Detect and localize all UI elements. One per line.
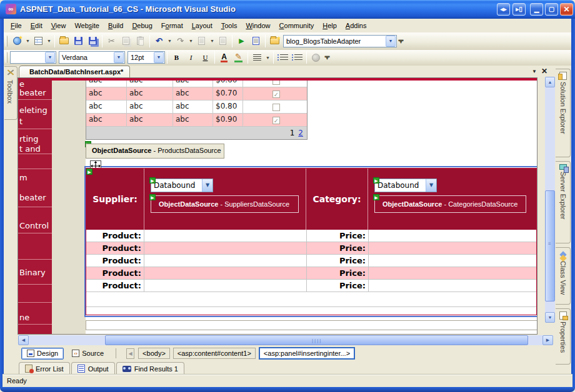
gridview-row[interactable]: abcabcabc$0.60 xyxy=(86,81,307,87)
save-all-button[interactable] xyxy=(86,34,100,48)
product-input-cell[interactable] xyxy=(144,242,307,254)
document-tab[interactable]: BatchData/BatchInsert.aspx* xyxy=(19,66,130,77)
nav-link-fragment[interactable]: eleting xyxy=(19,105,48,115)
suppliers-datasource-control[interactable]: ObjectDataSource - SuppliersDataSource xyxy=(151,195,299,213)
combo-arrow-icon[interactable]: ▼ xyxy=(45,52,55,63)
right-tab-properties[interactable]: Properties xyxy=(556,308,571,365)
inserting-interface-table[interactable]: ▶ Supplier: ▶ Databound ▼ ▶ ObjectDataSo… xyxy=(86,168,537,315)
minimize-button[interactable]: ▁ xyxy=(530,3,543,16)
horizontal-scroll-thumb[interactable]: |||| xyxy=(105,335,528,345)
underline-button[interactable]: U xyxy=(198,51,212,64)
menu-view[interactable]: View xyxy=(47,20,71,31)
products-gridview[interactable]: abcabcabc$0.60 abcabcabc$0.70✓abcabcabc$… xyxy=(86,81,308,140)
font-color-button[interactable]: A xyxy=(217,51,231,64)
paste-button[interactable] xyxy=(133,34,148,48)
new-website-button[interactable] xyxy=(10,34,24,48)
smart-tag-icon[interactable]: ▶ xyxy=(373,177,379,184)
alignment-dropdown[interactable]: ▼ xyxy=(264,51,271,64)
dropdown-arrow-icon[interactable]: ▼ xyxy=(202,179,212,192)
nav-link-fragment[interactable]: beater xyxy=(19,193,46,202)
smart-tag-icon[interactable]: ▶ xyxy=(373,194,379,200)
products-datasource-control[interactable]: ObjectDataSource - ProductsDataSource xyxy=(86,144,224,159)
menu-format[interactable]: Format xyxy=(157,20,188,31)
alignment-button[interactable] xyxy=(250,51,264,64)
navigate-forward-button[interactable] xyxy=(216,34,230,48)
window-extra-button-2[interactable]: ▸▯ xyxy=(512,3,526,16)
design-vertical-scrollbar[interactable]: ▲ ≡ ▼ xyxy=(545,77,555,323)
menu-community[interactable]: Community xyxy=(275,20,319,31)
scroll-down-button[interactable]: ▼ xyxy=(545,312,555,323)
scroll-left-button[interactable]: ◀ xyxy=(18,335,29,345)
product-input-cell[interactable] xyxy=(144,255,307,267)
nav-link-fragment[interactable]: m xyxy=(19,173,28,182)
combo-arrow-icon[interactable]: ▼ xyxy=(386,36,396,47)
tag-navigator-back-button[interactable]: ◀ xyxy=(126,348,134,359)
categories-datasource-control[interactable]: ObjectDataSource - CategoriesDataSource xyxy=(374,195,526,213)
menu-tools[interactable]: Tools xyxy=(217,20,242,31)
bullets-button[interactable] xyxy=(276,51,290,64)
nav-link-fragment[interactable]: ne xyxy=(19,313,29,322)
design-horizontal-scrollbar[interactable]: ◀ |||| ▶ xyxy=(18,335,553,345)
nav-link-fragment[interactable]: e xyxy=(19,79,24,89)
block-format-combo[interactable]: ▼ xyxy=(10,51,56,64)
tool-tab-error-list[interactable]: Error List xyxy=(19,362,70,375)
font-size-combo[interactable]: 12pt ▼ xyxy=(128,51,165,64)
suppliers-dropdownlist[interactable]: Databound ▼ xyxy=(151,179,213,192)
price-input-cell[interactable] xyxy=(369,280,536,292)
price-input-cell[interactable] xyxy=(369,267,536,279)
gridview-row[interactable]: abcabcabc$0.90✓ xyxy=(86,114,307,127)
numbering-button[interactable] xyxy=(290,51,304,64)
design-surface[interactable]: ebeatereletingtrtingt andmbeaterControlB… xyxy=(18,77,538,335)
navigate-backward-button[interactable] xyxy=(194,34,209,48)
row-checkbox[interactable] xyxy=(272,104,280,111)
tool-tab-output[interactable]: Output xyxy=(71,362,115,375)
maximize-button[interactable]: ▢ xyxy=(545,3,558,16)
table-adapter-combo[interactable]: blog_BlogsTableAdapter ▼ xyxy=(283,35,397,47)
menu-window[interactable]: Window xyxy=(241,20,274,31)
title-bar[interactable]: ∞ ASPNET_Data_Tutorial_66_CS - Microsoft… xyxy=(0,0,575,19)
nav-link-fragment[interactable]: Control xyxy=(19,221,49,230)
menu-addins[interactable]: Addins xyxy=(341,20,371,31)
categories-dropdownlist[interactable]: Databound ▼ xyxy=(374,179,437,192)
save-button[interactable] xyxy=(71,34,86,48)
tag-navigator-item[interactable]: <body> xyxy=(138,348,170,359)
product-input-cell[interactable] xyxy=(144,230,307,242)
undo-button[interactable]: ↶ xyxy=(152,34,166,48)
price-input-cell[interactable] xyxy=(369,242,536,254)
navigate-backward-dropdown[interactable]: ▼ xyxy=(209,34,216,48)
tool-tab-find-results-1[interactable]: Find Results 1 xyxy=(116,362,184,375)
italic-button[interactable]: I xyxy=(184,51,198,64)
highlight-button[interactable]: ✎ xyxy=(231,51,246,64)
paragraph-below-panel[interactable] xyxy=(86,320,538,330)
tag-navigator-item[interactable]: <asp:content#content1> xyxy=(173,348,256,359)
combo-arrow-icon[interactable]: ▼ xyxy=(114,52,124,63)
gridview-row[interactable]: abcabcabc$0.70✓ xyxy=(86,87,307,100)
row-checkbox[interactable]: ✓ xyxy=(272,91,280,98)
font-name-combo[interactable]: Verdana ▼ xyxy=(59,51,125,64)
menu-website[interactable]: Website xyxy=(70,20,104,31)
toolbar-overflow-button[interactable]: ▬▼ xyxy=(397,34,405,48)
open-file-button[interactable] xyxy=(57,34,71,48)
design-view-tab[interactable]: Design xyxy=(21,348,64,360)
scroll-right-button[interactable]: ▶ xyxy=(542,335,553,345)
nav-link-fragment[interactable]: t and xyxy=(19,144,41,154)
document-close-button[interactable]: ✕ xyxy=(541,67,548,76)
menu-layout[interactable]: Layout xyxy=(188,20,217,31)
menu-debug[interactable]: Debug xyxy=(128,20,156,31)
dropdown-arrow-icon[interactable]: ▼ xyxy=(426,179,436,192)
undo-dropdown[interactable]: ▼ xyxy=(166,34,173,48)
copy-button[interactable] xyxy=(119,34,133,48)
menu-build[interactable]: Build xyxy=(104,20,128,31)
product-input-cell[interactable] xyxy=(144,280,307,292)
document-list-dropdown[interactable]: ▼ xyxy=(532,69,537,74)
toolbar-grip[interactable] xyxy=(6,36,8,47)
right-tab-solution-explorer[interactable]: Solution Explorer xyxy=(556,69,571,157)
open-project-folder-button[interactable] xyxy=(268,34,282,48)
toolbar-grip[interactable] xyxy=(6,52,8,63)
close-button[interactable]: ✕ xyxy=(560,3,573,16)
toolbar-overflow-button[interactable]: ▬▼ xyxy=(323,51,331,64)
scroll-up-button[interactable]: ▲ xyxy=(545,77,555,87)
menu-edit[interactable]: Edit xyxy=(26,20,47,31)
right-tab-class-view[interactable]: Class View xyxy=(556,247,571,305)
right-tab-server-explorer[interactable]: Server Explorer xyxy=(556,161,571,243)
